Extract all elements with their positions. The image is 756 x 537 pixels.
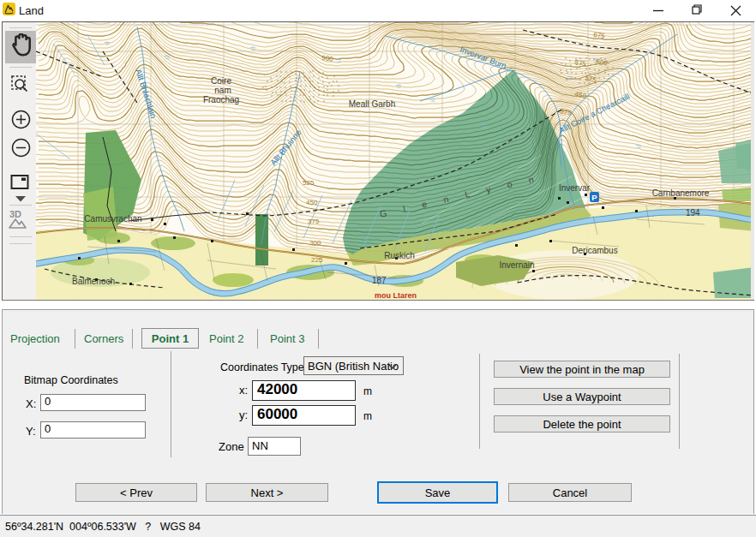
svg-text:Meall Garbh: Meall Garbh [349,99,395,109]
svg-text:375: 375 [308,218,320,225]
svg-text:Dericambus: Dericambus [572,246,617,255]
svg-text:Camusvrachan: Camusvrachan [84,214,141,224]
svg-text:Invervar: Invervar [559,183,591,193]
svg-text:300: 300 [309,239,321,247]
svg-text:900: 900 [321,54,334,63]
svg-text:P: P [591,193,597,202]
svg-text:187: 187 [372,276,387,285]
svg-text:Fraochag: Fraochag [203,95,239,104]
svg-text:675: 675 [593,31,606,40]
svg-text:Coire: Coire [211,76,231,86]
svg-text:mou Ltaren: mou Ltaren [375,291,417,300]
svg-text:Carnbanemore: Carnbanemore [652,188,710,198]
svg-text:450: 450 [306,199,318,206]
svg-text:nam: nam [214,86,231,95]
svg-text:Invernain: Invernain [499,260,534,270]
svg-text:Ruskich: Ruskich [384,251,415,260]
svg-text:225: 225 [311,256,323,264]
svg-text:Balmenoch: Balmenoch [72,277,115,286]
svg-text:525: 525 [303,179,315,187]
svg-text:194: 194 [686,208,700,218]
